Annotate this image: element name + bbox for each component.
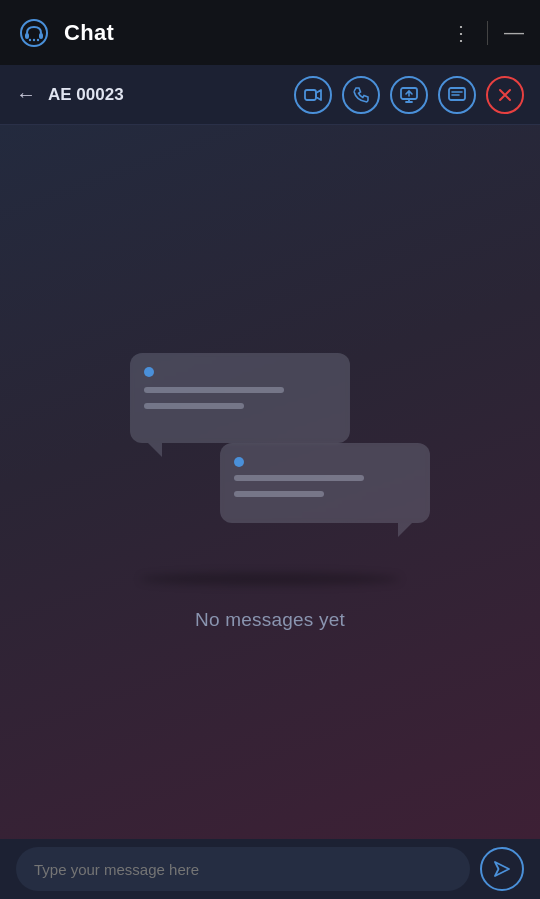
more-options-icon[interactable]: ⋮ <box>451 21 471 45</box>
bubble-dot-1 <box>144 367 154 377</box>
top-bar: Chat ⋮ — <box>0 0 540 65</box>
back-button[interactable]: ← <box>16 83 36 106</box>
svg-rect-6 <box>305 90 316 100</box>
illustration-bubble-2 <box>220 443 430 523</box>
empty-state-text: No messages yet <box>195 609 345 631</box>
svg-point-3 <box>29 38 31 40</box>
sub-bar-right <box>294 76 524 114</box>
chat-area: No messages yet <box>0 125 540 839</box>
video-call-button[interactable] <box>294 76 332 114</box>
app-title: Chat <box>64 20 114 46</box>
svg-rect-1 <box>25 33 29 39</box>
bubble-line-1a <box>144 387 284 393</box>
svg-point-5 <box>37 38 39 40</box>
chat-box-button[interactable] <box>438 76 476 114</box>
send-button[interactable] <box>480 847 524 891</box>
svg-rect-8 <box>449 88 465 100</box>
svg-rect-2 <box>39 33 43 39</box>
sub-bar-left: ← AE 00023 <box>16 83 124 106</box>
bubble-line-2b <box>234 491 324 497</box>
bubble-line-2a <box>234 475 364 481</box>
illustration-bubble-1 <box>130 353 350 443</box>
shadow <box>140 573 400 585</box>
phone-call-button[interactable] <box>342 76 380 114</box>
top-bar-right: ⋮ — <box>451 21 524 45</box>
divider <box>487 21 488 45</box>
top-bar-left: Chat <box>16 15 114 51</box>
end-call-button[interactable] <box>486 76 524 114</box>
send-icon <box>493 860 511 878</box>
svg-point-0 <box>21 20 47 46</box>
headset-icon <box>16 15 52 51</box>
screen-share-button[interactable] <box>390 76 428 114</box>
message-input[interactable] <box>16 847 470 891</box>
empty-state-illustration <box>100 333 440 553</box>
input-area <box>0 839 540 899</box>
sub-bar: ← AE 00023 <box>0 65 540 125</box>
chat-id: AE 00023 <box>48 85 124 105</box>
svg-point-4 <box>33 38 35 40</box>
minimize-icon[interactable]: — <box>504 21 524 44</box>
bubble-dot-2 <box>234 457 244 467</box>
bubble-line-1b <box>144 403 244 409</box>
